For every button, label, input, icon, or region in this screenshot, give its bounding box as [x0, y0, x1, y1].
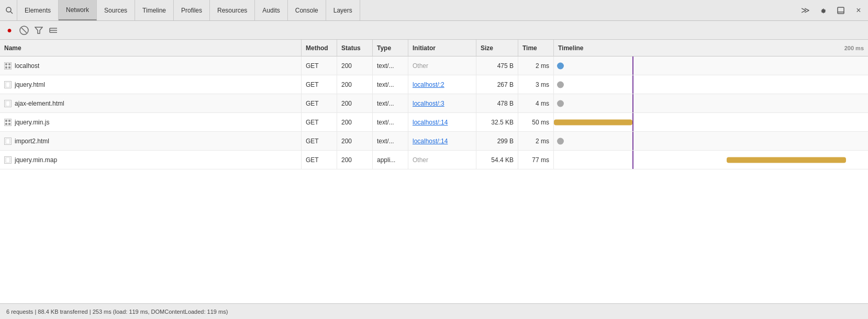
toolbar: ● — [0, 21, 868, 40]
timeline-bar — [727, 157, 846, 163]
purple-line — [632, 56, 633, 75]
col-header-type: Type — [372, 40, 408, 56]
file-name: ajax-element.html — [15, 100, 64, 107]
cell-size: 54.4 KB — [476, 151, 518, 169]
record-button[interactable]: ● — [4, 25, 15, 36]
dock-button[interactable] — [833, 3, 848, 18]
purple-line — [632, 113, 633, 131]
file-name: jquery.min.js — [15, 119, 49, 126]
svg-rect-12 — [8, 63, 10, 65]
cell-timeline — [553, 94, 868, 112]
cell-initiator[interactable]: localhost/:2 — [408, 75, 476, 94]
open-console-button[interactable]: ≫ — [798, 3, 813, 18]
svg-rect-20 — [8, 123, 10, 125]
tab-sources[interactable]: Sources — [97, 0, 135, 20]
timeline-dot — [557, 138, 564, 144]
cell-status: 200 — [337, 56, 372, 75]
svg-rect-19 — [5, 123, 7, 125]
cell-timeline — [553, 132, 868, 150]
stop-button[interactable] — [19, 25, 29, 36]
cell-name: import2.html — [0, 132, 301, 150]
svg-line-1 — [10, 12, 13, 14]
top-nav: Elements Network Sources Timeline Profil… — [0, 0, 868, 21]
cell-time: 50 ms — [518, 113, 553, 131]
cell-time: 77 ms — [518, 151, 553, 169]
cell-initiator: Other — [408, 151, 476, 169]
col-header-method: Method — [301, 40, 337, 56]
file-name: jquery.min.map — [15, 156, 57, 164]
col-header-initiator: Initiator — [408, 40, 476, 56]
timeline-bar — [554, 119, 632, 125]
cell-size: 478 B — [476, 94, 518, 112]
col-header-time: Time — [518, 40, 553, 56]
table-body: localhostGET200text/...Other475 B2 msjqu… — [0, 56, 868, 303]
purple-line — [632, 132, 633, 150]
table-row[interactable]: ajax-element.htmlGET200text/...localhost… — [0, 94, 868, 113]
close-button[interactable]: × — [851, 3, 866, 18]
list-button[interactable] — [48, 25, 59, 36]
cell-method: GET — [301, 75, 337, 94]
cell-name: ajax-element.html — [0, 94, 301, 112]
cell-initiator[interactable]: localhost/:14 — [408, 113, 476, 131]
cell-initiator[interactable]: localhost/:3 — [408, 94, 476, 112]
file-icon — [4, 156, 12, 164]
settings-button[interactable] — [816, 3, 830, 18]
tab-network[interactable]: Network — [59, 0, 97, 20]
timeline-ms-label: 200 ms — [844, 45, 864, 51]
svg-rect-16 — [6, 101, 10, 106]
col-header-status: Status — [337, 40, 372, 56]
file-icon — [4, 81, 12, 88]
cell-initiator: Other — [408, 56, 476, 75]
cell-name: jquery.html — [0, 75, 301, 94]
cell-status: 200 — [337, 151, 372, 169]
cell-size: 32.5 KB — [476, 113, 518, 131]
file-icon — [4, 138, 12, 145]
network-table: Name Method Status Type Initiator Size T… — [0, 40, 868, 303]
svg-rect-11 — [5, 63, 7, 65]
cell-type: text/... — [372, 113, 408, 131]
search-button[interactable] — [2, 3, 17, 18]
cell-type: text/... — [372, 94, 408, 112]
cell-initiator[interactable]: localhost/:14 — [408, 132, 476, 150]
table-row[interactable]: jquery.htmlGET200text/...localhost/:2267… — [0, 75, 868, 94]
tab-audits[interactable]: Audits — [255, 0, 287, 20]
cell-size: 475 B — [476, 56, 518, 75]
table-header: Name Method Status Type Initiator Size T… — [0, 40, 868, 56]
file-name: jquery.html — [15, 81, 45, 88]
svg-rect-2 — [838, 7, 844, 14]
tab-timeline[interactable]: Timeline — [135, 0, 174, 20]
cell-timeline — [553, 75, 868, 94]
cell-name: jquery.min.map — [0, 151, 301, 169]
nav-tabs: Elements Network Sources Timeline Profil… — [17, 0, 360, 20]
nav-right-actions: ≫ × — [798, 3, 866, 18]
tab-profiles[interactable]: Profiles — [174, 0, 210, 20]
cell-type: text/... — [372, 75, 408, 94]
col-header-timeline: Timeline 200 ms — [553, 40, 868, 56]
cell-status: 200 — [337, 132, 372, 150]
filter-button[interactable] — [34, 25, 44, 36]
svg-line-5 — [21, 28, 27, 33]
cell-status: 200 — [337, 113, 372, 131]
table-row[interactable]: jquery.min.jsGET200text/...localhost/:14… — [0, 113, 868, 132]
col-header-name: Name — [0, 40, 301, 56]
svg-marker-6 — [35, 27, 42, 33]
tab-layers[interactable]: Layers — [326, 0, 360, 20]
timeline-dot — [557, 81, 564, 88]
table-row[interactable]: jquery.min.mapGET200appli...Other54.4 KB… — [0, 151, 868, 169]
purple-line — [632, 151, 633, 169]
cell-type: text/... — [372, 56, 408, 75]
status-bar: 6 requests | 88.4 KB transferred | 253 m… — [0, 303, 868, 319]
tab-console[interactable]: Console — [288, 0, 326, 20]
tab-resources[interactable]: Resources — [210, 0, 255, 20]
cell-type: appli... — [372, 151, 408, 169]
cell-status: 200 — [337, 94, 372, 112]
file-icon — [4, 119, 12, 126]
status-text: 6 requests | 88.4 KB transferred | 253 m… — [6, 309, 228, 315]
col-header-size: Size — [476, 40, 518, 56]
table-row[interactable]: localhostGET200text/...Other475 B2 ms — [0, 56, 868, 75]
cell-status: 200 — [337, 75, 372, 94]
tab-elements[interactable]: Elements — [17, 0, 59, 20]
table-row[interactable]: import2.htmlGET200text/...localhost/:142… — [0, 132, 868, 151]
cell-timeline — [553, 151, 868, 169]
cell-method: GET — [301, 151, 337, 169]
